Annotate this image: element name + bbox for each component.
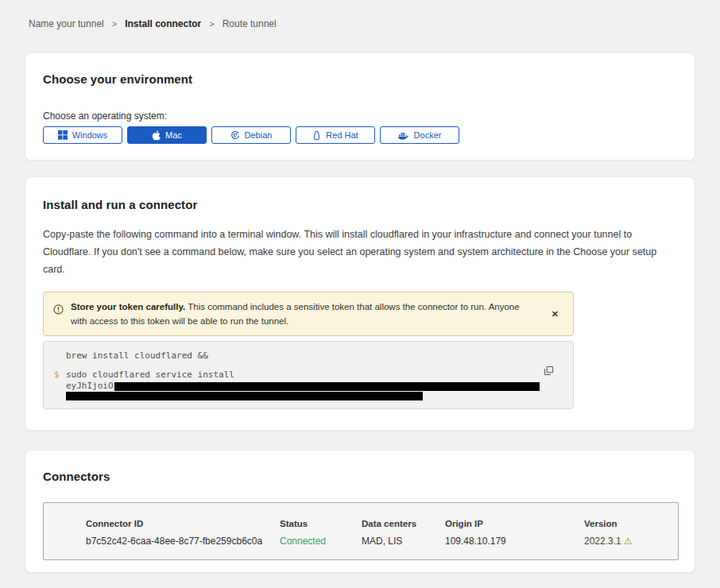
command-line-2-text: sudo cloudflared service install bbox=[66, 369, 234, 380]
breadcrumb-separator: > bbox=[112, 19, 117, 29]
connectors-card-title: Connectors bbox=[43, 470, 677, 483]
token-warning-text: Store your token carefully. This command… bbox=[71, 300, 540, 329]
connectors-table-header: Connector ID Status Data centers Origin … bbox=[86, 519, 678, 528]
copy-icon[interactable] bbox=[542, 364, 555, 380]
column-header-version: Version bbox=[584, 519, 678, 528]
connector-id-value: b7c52c42-6caa-48ee-8c77-fbe259cb6c0a bbox=[86, 536, 280, 547]
os-button-label: Red Hat bbox=[326, 130, 358, 140]
breadcrumb-separator: > bbox=[209, 19, 214, 29]
info-circle-icon bbox=[53, 304, 64, 318]
status-badge: Connected bbox=[280, 536, 362, 547]
os-button-redhat[interactable]: Red Hat bbox=[296, 126, 375, 144]
token-warning-title: Store your token carefully. bbox=[71, 302, 185, 311]
os-button-label: Debian bbox=[245, 130, 273, 140]
token-redaction-bar bbox=[66, 392, 423, 400]
column-header-connector-id: Connector ID bbox=[86, 519, 280, 528]
install-card-title: Install and run a connector bbox=[43, 198, 677, 211]
version-value: 2022.3.1⚠ bbox=[584, 536, 678, 547]
token-warning-banner: Store your token carefully. This command… bbox=[43, 292, 574, 337]
docker-icon bbox=[398, 131, 409, 140]
token-line: eyJhIjoiO bbox=[66, 381, 541, 391]
os-button-group: Windows Mac Debian Red Hat bbox=[43, 126, 677, 144]
os-label: Choose an operating system: bbox=[43, 110, 677, 122]
column-header-data-centers: Data centers bbox=[362, 519, 445, 528]
origin-ip-value: 109.48.10.179 bbox=[445, 536, 584, 547]
os-button-label: Windows bbox=[72, 130, 108, 140]
version-warning-icon: ⚠ bbox=[624, 536, 633, 547]
command-line-2: $sudo cloudflared service install bbox=[66, 369, 541, 380]
shell-prompt: $ bbox=[54, 369, 60, 380]
command-line-1: brew install cloudflared && bbox=[66, 350, 541, 361]
apple-icon bbox=[152, 130, 161, 141]
connectors-card: Connectors Connector ID Status Data cent… bbox=[25, 450, 695, 573]
breadcrumb: Name your tunnel > Install connector > R… bbox=[0, 0, 720, 29]
os-button-label: Mac bbox=[165, 130, 182, 140]
column-header-status: Status bbox=[280, 519, 362, 528]
token-prefix: eyJhIjoiO bbox=[66, 381, 114, 391]
install-card: Install and run a connector Copy-paste t… bbox=[25, 176, 695, 431]
page: Name your tunnel > Install connector > R… bbox=[0, 0, 720, 588]
breadcrumb-step-name-your-tunnel[interactable]: Name your tunnel bbox=[29, 18, 104, 29]
redhat-icon bbox=[312, 130, 321, 141]
install-command-block: brew install cloudflared && $sudo cloudf… bbox=[43, 341, 574, 409]
os-button-docker[interactable]: Docker bbox=[380, 126, 459, 144]
environment-card-title: Choose your environment bbox=[43, 72, 677, 86]
breadcrumb-step-route-tunnel[interactable]: Route tunnel bbox=[223, 18, 277, 29]
os-button-windows[interactable]: Windows bbox=[43, 126, 122, 144]
breadcrumb-step-install-connector[interactable]: Install connector bbox=[125, 18, 201, 29]
debian-icon bbox=[230, 130, 240, 140]
close-icon[interactable]: ✕ bbox=[547, 308, 563, 321]
column-header-origin-ip: Origin IP bbox=[445, 519, 584, 528]
os-button-debian[interactable]: Debian bbox=[211, 126, 291, 144]
os-button-mac[interactable]: Mac bbox=[127, 126, 207, 144]
token-redaction-bar bbox=[114, 382, 540, 391]
install-description: Copy-paste the following command into a … bbox=[43, 226, 677, 279]
table-row: b7c52c42-6caa-48ee-8c77-fbe259cb6c0a Con… bbox=[86, 528, 678, 547]
os-button-label: Docker bbox=[414, 130, 442, 140]
data-centers-value: MAD, LIS bbox=[362, 536, 445, 547]
windows-icon bbox=[58, 130, 68, 140]
connectors-table: Connector ID Status Data centers Origin … bbox=[43, 502, 679, 560]
environment-card: Choose your environment Choose an operat… bbox=[25, 52, 695, 161]
